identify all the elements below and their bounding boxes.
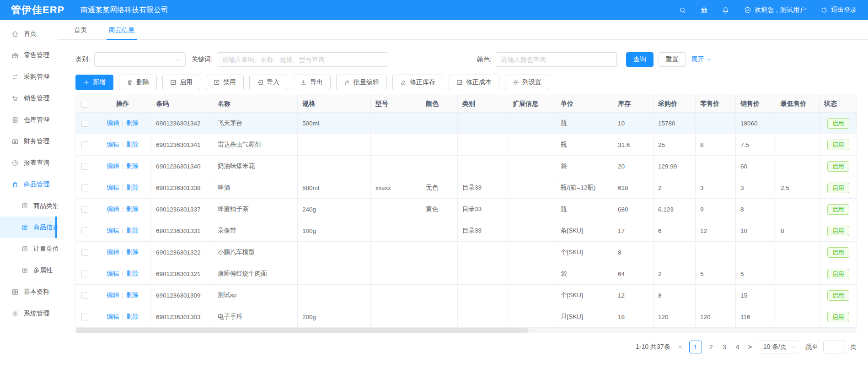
edit-link[interactable]: 编辑 xyxy=(107,227,119,234)
add-button[interactable]: 新增 xyxy=(75,75,113,90)
page-number-1[interactable]: 1 xyxy=(689,341,702,353)
jump-page-input[interactable] xyxy=(823,341,845,353)
expand-link[interactable]: 展开 xyxy=(691,55,712,64)
sidebar-item-system[interactable]: 系统管理 xyxy=(0,303,57,324)
delete-link[interactable]: 删除 xyxy=(126,141,139,148)
cell-operations: 编辑|删除 xyxy=(94,306,151,328)
row-checkbox[interactable] xyxy=(81,206,88,213)
reset-button[interactable]: 重置 xyxy=(659,52,686,67)
edit-link[interactable]: 编辑 xyxy=(107,206,119,212)
sidebar-item-purchase[interactable]: 采购管理 xyxy=(0,66,57,87)
cell-spec: 100g xyxy=(298,220,371,242)
delete-button[interactable]: 删除 xyxy=(119,75,157,90)
platform-icon[interactable] xyxy=(700,6,708,14)
edit-link[interactable]: 编辑 xyxy=(107,184,119,191)
delete-link[interactable]: 删除 xyxy=(126,206,139,212)
delete-link[interactable]: 删除 xyxy=(126,249,139,255)
row-checkbox[interactable] xyxy=(81,184,88,191)
enable-button[interactable]: 启用 xyxy=(162,75,200,90)
next-page-button[interactable]: > xyxy=(747,343,754,351)
prev-page-button[interactable]: < xyxy=(677,343,684,351)
row-checkbox[interactable] xyxy=(81,141,88,148)
batch-edit-button[interactable]: 批量编辑 xyxy=(336,75,387,90)
horizontal-scrollbar[interactable] xyxy=(75,328,857,333)
status-badge: 启用 xyxy=(827,204,849,215)
sidebar-item-home[interactable]: 首页 xyxy=(0,23,57,44)
sidebar-item-multi-attribute[interactable]: 多属性 xyxy=(0,260,57,281)
sidebar-item-label: 仓库管理 xyxy=(24,116,49,124)
cell-category xyxy=(458,263,508,285)
row-checkbox[interactable] xyxy=(81,292,88,299)
fix-stock-button[interactable]: 修正库存 xyxy=(392,75,443,90)
select-all-checkbox[interactable] xyxy=(81,101,88,108)
cell-retail-price: 120 xyxy=(696,306,736,328)
page-number-4[interactable]: 4 xyxy=(734,343,742,351)
delete-link[interactable]: 删除 xyxy=(126,119,139,126)
table-row: 编辑|删除6901236301309测试sp个[SKU]12815启用 xyxy=(76,285,857,306)
scrollbar-thumb[interactable] xyxy=(75,328,529,333)
page-number-3[interactable]: 3 xyxy=(720,343,729,351)
sidebar-item-label: 商品管理 xyxy=(24,180,49,189)
sidebar-item-warehouse[interactable]: 仓库管理 xyxy=(0,109,57,130)
sidebar-item-product-category[interactable]: 商品类别 xyxy=(0,195,57,217)
sidebar-item-label: 零售管理 xyxy=(24,51,49,60)
cell-status: 启用 xyxy=(820,285,857,306)
sidebar-item-measure-unit[interactable]: 计量单位 xyxy=(0,238,57,260)
cell-sale-price: 18060 xyxy=(736,113,776,134)
import-button[interactable]: 导入 xyxy=(249,75,287,90)
cell-unit: 袋 xyxy=(556,263,613,285)
edit-link[interactable]: 编辑 xyxy=(107,292,119,298)
delete-link[interactable]: 删除 xyxy=(126,270,139,277)
row-checkbox[interactable] xyxy=(81,163,88,170)
sidebar-item-sales[interactable]: 销售管理 xyxy=(0,87,57,109)
sidebar-item-retail[interactable]: 零售管理 xyxy=(0,44,57,66)
product-table: 操作条码名称规格型号颜色类别扩展信息单位库存采购价零售价销售价最低售价状态 编辑… xyxy=(75,95,857,328)
cell-retail-price: 5 xyxy=(696,263,736,285)
delete-link[interactable]: 删除 xyxy=(126,163,139,169)
edit-link[interactable]: 编辑 xyxy=(107,119,119,126)
chevron-down-icon xyxy=(46,160,51,165)
sidebar-item-report[interactable]: 报表查询 xyxy=(0,152,57,173)
row-checkbox[interactable] xyxy=(81,314,88,320)
page-size-select[interactable]: 10 条/页 xyxy=(759,341,800,353)
keyword-input[interactable] xyxy=(217,52,388,67)
disable-button[interactable]: 禁用 xyxy=(206,75,244,90)
edit-link[interactable]: 编辑 xyxy=(107,249,119,255)
cell-spec xyxy=(298,242,371,263)
column-settings-button[interactable]: 列设置 xyxy=(505,75,549,90)
search-icon[interactable] xyxy=(679,6,686,14)
edit-link[interactable]: 编辑 xyxy=(107,163,119,169)
tab-home[interactable]: 首页 xyxy=(72,20,89,40)
fix-cost-button[interactable]: 修正成本 xyxy=(449,75,499,90)
delete-link[interactable]: 删除 xyxy=(126,227,139,234)
bell-icon[interactable] xyxy=(722,6,729,14)
edit-link[interactable]: 编辑 xyxy=(107,141,119,148)
cell-operations: 编辑|删除 xyxy=(94,285,151,306)
row-checkbox[interactable] xyxy=(81,271,88,277)
export-button[interactable]: 导出 xyxy=(293,75,331,90)
tab-product-info[interactable]: 商品信息 xyxy=(107,20,137,40)
cell-unit: 袋 xyxy=(556,156,613,177)
delete-link[interactable]: 删除 xyxy=(126,313,139,320)
sidebar-item-product-info[interactable]: 商品信息 xyxy=(0,217,57,238)
row-checkbox[interactable] xyxy=(81,249,88,256)
sidebar-item-basic-data[interactable]: 基本资料 xyxy=(0,281,57,303)
page-number-2[interactable]: 2 xyxy=(707,343,715,351)
sidebar-item-finance[interactable]: 财务管理 xyxy=(0,130,57,152)
delete-link[interactable]: 删除 xyxy=(126,184,139,191)
category-select[interactable] xyxy=(94,52,186,67)
delete-link[interactable]: 删除 xyxy=(126,292,139,298)
status-badge: 启用 xyxy=(827,290,849,301)
cell-operations: 编辑|删除 xyxy=(94,156,151,177)
search-button[interactable]: 查询 xyxy=(626,52,654,67)
row-checkbox[interactable] xyxy=(81,120,88,127)
sidebar-item-product[interactable]: 商品管理 xyxy=(0,173,57,195)
logout-button[interactable]: 退出登录 xyxy=(820,6,857,14)
cell-name: 小鹏汽车模型 xyxy=(213,242,298,263)
row-checkbox[interactable] xyxy=(81,228,88,234)
edit-link[interactable]: 编辑 xyxy=(107,313,119,320)
welcome-user[interactable]: 欢迎您，测试用户 xyxy=(744,6,806,14)
cell-select xyxy=(76,156,94,177)
edit-link[interactable]: 编辑 xyxy=(107,270,119,277)
color-input[interactable] xyxy=(496,52,617,67)
